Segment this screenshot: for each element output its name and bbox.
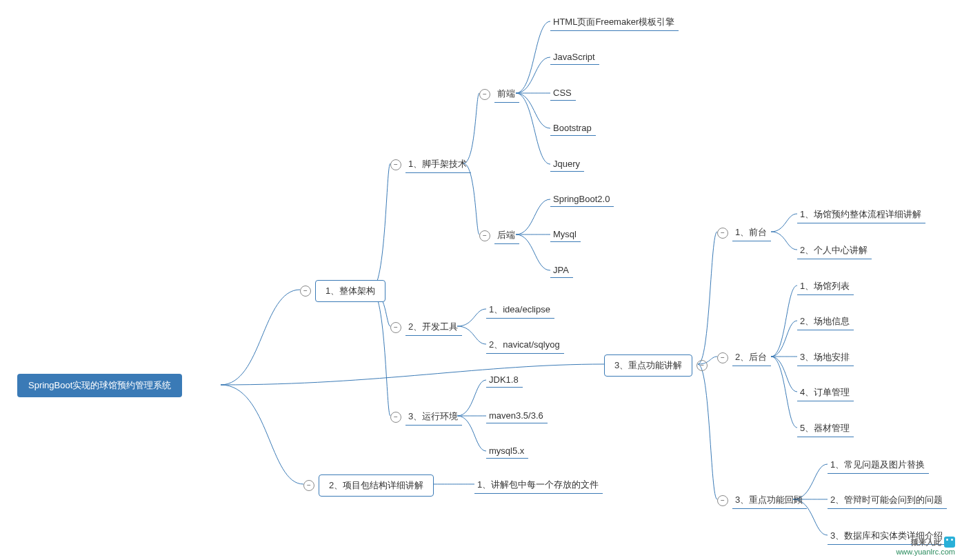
leaf-maven[interactable]: maven3.5/3.6 (486, 408, 548, 423)
leaf-navicat-sqlyog[interactable]: 2、navicat/sqlyog (486, 337, 564, 354)
node-label: 1、整体架构 (315, 280, 385, 302)
node-frontstage[interactable]: − 1、前台 (717, 224, 771, 241)
leaf-faq-image[interactable]: 1、常见问题及图片替换 (828, 457, 929, 474)
leaf-label: maven3.5/3.6 (486, 408, 548, 423)
collapse-icon[interactable]: − (390, 159, 401, 170)
node-label: 后端 (494, 227, 519, 244)
node-label: 2、后台 (732, 349, 771, 366)
leaf-mysql5[interactable]: mysql5.x (486, 443, 528, 459)
leaf-label: Mysql (550, 227, 581, 242)
leaf-label: 1、常见问题及图片替换 (828, 457, 929, 474)
node-frontend[interactable]: − 前端 (479, 86, 519, 103)
node-label: 2、开发工具 (405, 319, 462, 336)
leaf-label: 1、idea/eclipse (486, 301, 554, 319)
leaf-order-mgmt[interactable]: 4、订单管理 (797, 384, 854, 401)
collapse-icon[interactable]: − (479, 230, 490, 241)
leaf-label: mysql5.x (486, 443, 528, 459)
leaf-label: CSS (550, 86, 576, 101)
leaf-label: 2、个人中心讲解 (797, 242, 872, 259)
leaf-package-files[interactable]: 1、讲解包中每一个存放的文件 (474, 477, 603, 494)
leaf-css[interactable]: CSS (550, 86, 576, 101)
leaf-defense-questions[interactable]: 2、管辩时可能会问到的问题 (828, 492, 947, 509)
leaf-label: Bootstrap (550, 121, 596, 136)
leaf-label: Jquery (550, 157, 584, 172)
node-dev-tools[interactable]: − 2、开发工具 (390, 319, 462, 336)
leaf-equipment-mgmt[interactable]: 5、器材管理 (797, 420, 854, 437)
leaf-jdk[interactable]: JDK1.8 (486, 372, 523, 388)
leaf-javascript[interactable]: JavaScript (550, 50, 599, 65)
leaf-label: JavaScript (550, 50, 599, 65)
collapse-icon[interactable]: − (390, 412, 401, 423)
leaf-label: JPA (550, 263, 573, 278)
leaf-venue-list[interactable]: 1、场馆列表 (797, 278, 854, 295)
leaf-label: HTML页面Freemaker模板引擎 (550, 14, 679, 31)
leaf-reservation-flow[interactable]: 1、场馆预约整体流程详细讲解 (797, 206, 925, 223)
collapse-icon[interactable]: − (300, 286, 311, 297)
collapse-icon[interactable]: − (717, 228, 728, 239)
leaf-idea-eclipse[interactable]: 1、idea/eclipse (486, 301, 554, 319)
leaf-html-freemaker[interactable]: HTML页面Freemaker模板引擎 (550, 14, 679, 31)
leaf-label: 2、navicat/sqlyog (486, 337, 564, 354)
node-label: 3、重点功能讲解 (604, 354, 692, 377)
node-runtime-env[interactable]: − 3、运行环境 (390, 408, 462, 426)
node-label: 1、前台 (732, 224, 771, 241)
leaf-label: 1、讲解包中每一个存放的文件 (474, 477, 603, 494)
leaf-label: 2、管辩时可能会问到的问题 (828, 492, 947, 509)
node-architecture[interactable]: − 1、整体架构 (300, 280, 385, 302)
leaf-label: 5、器材管理 (797, 420, 854, 437)
leaf-mysql[interactable]: Mysql (550, 227, 581, 242)
collapse-icon[interactable]: − (717, 352, 728, 363)
collapse-icon[interactable]: − (303, 480, 314, 491)
collapse-icon[interactable]: − (390, 322, 401, 333)
watermark: 猿来入此 www.yuanlrc.com (896, 537, 955, 556)
node-label: 2、项目包结构详细讲解 (319, 474, 434, 497)
watermark-url: www.yuanlrc.com (896, 548, 955, 556)
node-label: 3、运行环境 (405, 408, 462, 426)
node-package-structure[interactable]: − 2、项目包结构详细讲解 (303, 474, 434, 497)
leaf-label: JDK1.8 (486, 372, 523, 388)
collapse-icon[interactable]: − (717, 495, 728, 506)
node-backend[interactable]: − 后端 (479, 227, 519, 244)
leaf-label: 3、场地安排 (797, 349, 854, 366)
node-label: 3、重点功能回顾 (732, 492, 807, 509)
watermark-title: 猿来入此 (911, 537, 941, 548)
node-label: 前端 (494, 86, 519, 103)
node-key-features[interactable]: 3、重点功能讲解 − (604, 354, 708, 377)
leaf-field-schedule[interactable]: 3、场地安排 (797, 349, 854, 366)
leaf-label: 2、场地信息 (797, 313, 854, 330)
leaf-label: 1、场馆列表 (797, 278, 854, 295)
root-label: SpringBoot实现的球馆预约管理系统 (17, 374, 182, 397)
collapse-icon[interactable]: − (697, 360, 708, 371)
leaf-bootstrap[interactable]: Bootstrap (550, 121, 596, 136)
leaf-label: SpringBoot2.0 (550, 192, 614, 207)
leaf-field-info[interactable]: 2、场地信息 (797, 313, 854, 330)
leaf-jquery[interactable]: Jquery (550, 157, 584, 172)
collapse-icon[interactable]: − (479, 89, 490, 100)
leaf-jpa[interactable]: JPA (550, 263, 573, 278)
leaf-springboot[interactable]: SpringBoot2.0 (550, 192, 614, 207)
leaf-personal-center[interactable]: 2、个人中心讲解 (797, 242, 872, 259)
node-feature-review[interactable]: − 3、重点功能回顾 (717, 492, 807, 509)
node-backstage[interactable]: − 2、后台 (717, 349, 771, 366)
node-label: 1、脚手架技术 (405, 156, 471, 173)
leaf-label: 4、订单管理 (797, 384, 854, 401)
root-node[interactable]: SpringBoot实现的球馆预约管理系统 (17, 374, 182, 397)
robot-icon (944, 537, 955, 548)
leaf-label: 1、场馆预约整体流程详细讲解 (797, 206, 925, 223)
node-scaffold-tech[interactable]: − 1、脚手架技术 (390, 156, 471, 173)
